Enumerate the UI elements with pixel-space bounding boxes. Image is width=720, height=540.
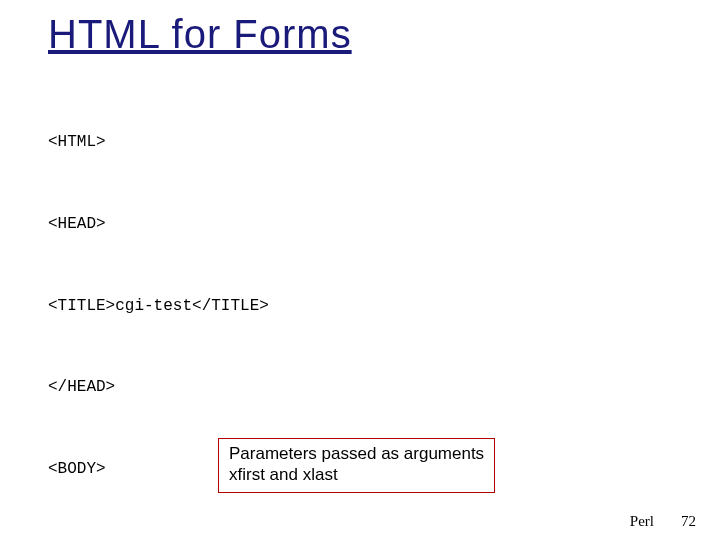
code-line: <HEAD> [48, 211, 672, 238]
callout-line: xfirst and xlast [229, 464, 484, 485]
code-line: </HEAD> [48, 374, 672, 401]
code-line: <HTML> [48, 129, 672, 156]
slide-title: HTML for Forms [48, 12, 672, 57]
code-line: <TITLE>cgi-test</TITLE> [48, 293, 672, 320]
callout-line: Parameters passed as arguments [229, 443, 484, 464]
page-number: 72 [681, 513, 696, 530]
callout-box: Parameters passed as arguments xfirst an… [218, 438, 495, 493]
footer-label: Perl [630, 513, 654, 530]
